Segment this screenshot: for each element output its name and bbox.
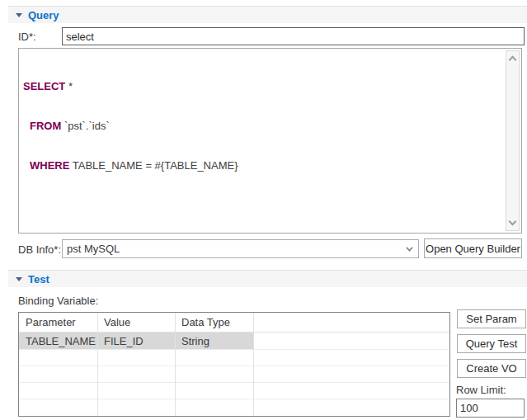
table-row-empty[interactable] [19, 383, 449, 399]
set-param-button[interactable]: Set Param [457, 309, 526, 328]
table-header-row: Parameter Value Data Type [19, 313, 449, 333]
scroll-down-icon[interactable] [509, 218, 517, 226]
vertical-scrollbar[interactable] [506, 50, 520, 231]
binding-variable-table: Parameter Value Data Type TABLE_NAME FIL… [18, 312, 450, 417]
column-header-blank [253, 313, 449, 332]
table-row-empty[interactable] [19, 399, 449, 416]
create-vo-button[interactable]: Create VO [457, 359, 526, 378]
table-row[interactable]: TABLE_NAME FILE_ID String [19, 333, 449, 350]
cell-value[interactable]: FILE_ID [97, 333, 175, 349]
sql-line: SELECT * [23, 80, 501, 93]
column-header-parameter[interactable]: Parameter [19, 313, 97, 332]
row-limit-label: Row Limit: [456, 384, 506, 396]
sql-keyword: FROM [30, 120, 61, 132]
id-input[interactable] [62, 27, 525, 45]
table-row-empty[interactable] [19, 366, 449, 383]
column-header-value[interactable]: Value [97, 313, 175, 332]
db-info-label: DB Info*: [18, 243, 61, 256]
sql-text: TABLE_NAME = #{TABLE_NAME} [69, 159, 238, 172]
column-divider[interactable] [175, 313, 176, 416]
sql-keyword: WHERE [30, 159, 69, 172]
cell-blank[interactable] [253, 333, 449, 349]
sql-editor[interactable]: SELECT * FROM `pst`.`ids` WHERE TABLE_NA… [18, 48, 522, 234]
sql-keyword: SELECT [23, 80, 65, 92]
id-label: ID*: [18, 31, 36, 43]
chevron-down-icon [406, 244, 412, 251]
sql-code: SELECT * FROM `pst`.`ids` WHERE TABLE_NA… [23, 54, 501, 199]
column-divider[interactable] [253, 313, 254, 416]
sql-line: FROM `pst`.`ids` [23, 120, 501, 133]
db-info-select[interactable]: pst MySQL [62, 239, 419, 258]
table-row-empty[interactable] [19, 350, 449, 366]
row-limit-input[interactable] [456, 399, 525, 418]
cell-data-type[interactable]: String [175, 333, 253, 349]
db-info-selected-value: pst MySQL [67, 243, 120, 255]
open-query-builder-button[interactable]: Open Query Builder [424, 238, 522, 258]
column-header-data-type[interactable]: Data Type [175, 313, 253, 332]
query-section-header[interactable]: Query [8, 6, 527, 23]
query-editor-panel: Query ID*: SELECT * FROM `pst`.`ids` WHE… [0, 0, 527, 420]
test-section-header[interactable]: Test [8, 270, 527, 287]
binding-variable-label: Binding Variable: [18, 295, 98, 307]
collapse-triangle-icon[interactable] [16, 277, 22, 281]
cell-parameter[interactable]: TABLE_NAME [19, 333, 97, 349]
sql-line: WHERE TABLE_NAME = #{TABLE_NAME} [23, 159, 501, 172]
sql-text: * [65, 80, 73, 92]
column-divider[interactable] [97, 313, 98, 416]
scroll-up-icon[interactable] [509, 56, 517, 64]
collapse-triangle-icon[interactable] [16, 13, 22, 17]
query-test-button[interactable]: Query Test [457, 334, 526, 353]
query-section-title: Query [28, 9, 59, 21]
sql-text: `pst`.`ids` [61, 120, 110, 132]
test-section-title: Test [28, 273, 49, 286]
